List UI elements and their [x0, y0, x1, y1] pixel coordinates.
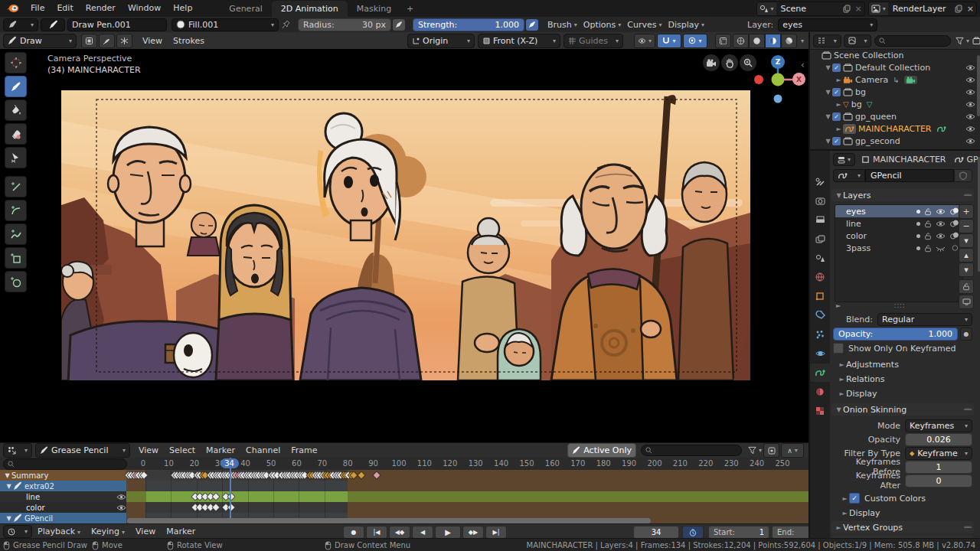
mode-dropdown[interactable]: Draw▾	[3, 34, 77, 48]
properties-tab-object[interactable]	[810, 287, 830, 305]
properties-tab-object-data[interactable]	[810, 364, 830, 382]
outliner-search-input[interactable]	[874, 35, 951, 47]
pan-view-button[interactable]	[721, 54, 738, 71]
scene-copy-icon[interactable]	[841, 5, 853, 13]
dopesheet-menu-frame[interactable]: Frame	[286, 445, 322, 455]
layers-panel-header[interactable]: ▼Layers══	[831, 189, 974, 201]
collection-checkbox[interactable]: ✓	[832, 64, 841, 72]
brush-icon-button[interactable]	[41, 18, 65, 31]
channel-name-cell[interactable]: ▼extra02	[0, 481, 131, 491]
layer-specials-dropdown[interactable]: ▾	[959, 233, 974, 248]
timeline-menu-keying[interactable]: Keying▾	[86, 527, 130, 536]
outliner-item-label[interactable]: Scene Collection	[834, 51, 903, 60]
layer-row[interactable]: line	[835, 217, 962, 230]
menu-edit[interactable]: Edit	[51, 0, 79, 17]
tool-erase-button[interactable]	[5, 123, 27, 145]
add-workspace-button[interactable]: +	[400, 1, 420, 17]
brush-name-field[interactable]: Draw Pen.001	[67, 18, 167, 31]
tool-cursor-button[interactable]	[5, 52, 27, 73]
onion-mode-dropdown[interactable]: Keyframes▾	[905, 419, 972, 432]
datablock-name-field[interactable]: GPencil	[865, 169, 954, 182]
blend-dropdown[interactable]: Regular▾	[877, 313, 972, 326]
current-frame-indicator[interactable]: 34	[220, 458, 239, 468]
lock-icon[interactable]	[924, 232, 932, 240]
outliner-row[interactable]: Scene Collection	[810, 49, 980, 61]
outliner-item-label[interactable]: gp_second	[855, 136, 900, 146]
view-menu[interactable]: View	[137, 36, 168, 46]
channel-row-extra02[interactable]: ▼extra02	[0, 481, 808, 491]
properties-tab-particles[interactable]	[810, 325, 830, 344]
keyframe-diamond[interactable]	[357, 471, 365, 479]
properties-tab-output[interactable]	[810, 210, 830, 229]
properties-tab-world[interactable]	[810, 268, 830, 286]
shading-rendered-icon[interactable]	[781, 34, 797, 48]
shading-solid-icon[interactable]	[749, 34, 765, 48]
origin-dropdown[interactable]: Origin▾	[407, 34, 475, 48]
dopesheet-search-input[interactable]	[641, 445, 742, 456]
layer-name[interactable]: color	[846, 231, 867, 241]
tab-masking[interactable]: Masking	[348, 1, 400, 17]
timeline-editor-type-dropdown[interactable]: ▾	[3, 525, 32, 538]
dopesheet-menu-view[interactable]: View	[133, 445, 164, 455]
eye-closed-icon[interactable]	[936, 245, 946, 252]
gizmo-z-axis[interactable]: Z	[771, 55, 785, 69]
gizmo-x-axis[interactable]: X	[792, 73, 805, 86]
tool-cutter-button[interactable]	[5, 147, 27, 168]
properties-tab-view-layer[interactable]	[810, 230, 830, 248]
menu-window[interactable]: Window	[122, 0, 167, 17]
hide-eye-icon[interactable]	[965, 101, 975, 108]
outliner-item-label[interactable]: Default Collection	[855, 63, 930, 73]
outliner-row[interactable]: ►▽bg▽	[810, 98, 980, 110]
hide-eye-icon[interactable]	[965, 64, 975, 71]
outliner-row[interactable]: ►MAINCHARACTER	[810, 122, 980, 135]
timeline-menu-view[interactable]: View	[130, 527, 161, 536]
eye-icon[interactable]	[936, 220, 946, 227]
snap-toggle[interactable]: ▾	[657, 34, 681, 48]
add-layer-button[interactable]: +	[959, 204, 974, 219]
channel-row-line[interactable]: line ✓	[0, 491, 808, 502]
animate-opacity-icon[interactable]: ●	[960, 328, 972, 341]
strength-slider[interactable]: Strength:1.000	[413, 18, 524, 31]
tool-line-button[interactable]	[5, 176, 27, 197]
outliner-item-label[interactable]: gp_queen	[855, 112, 897, 122]
hide-eye-icon[interactable]	[965, 89, 975, 96]
expander-icon[interactable]: ►	[835, 77, 843, 83]
expander-icon[interactable]: ►	[835, 101, 843, 108]
collection-checkbox[interactable]: ✓	[832, 112, 841, 121]
outliner-row[interactable]: ▼✓bg	[810, 86, 980, 98]
outliner-item-label[interactable]: bg	[851, 99, 862, 109]
keyframes-before-field[interactable]: 1	[905, 461, 972, 474]
layer-row[interactable]: 3pass	[835, 242, 962, 254]
jump-end-button[interactable]: ▶|	[485, 526, 507, 539]
render-layer-icon[interactable]: ▾	[869, 2, 888, 15]
popover-brush[interactable]: Brush▾	[547, 20, 577, 30]
panel-onion-display[interactable]: ►Display	[841, 507, 972, 519]
keyframes-after-field[interactable]: 0	[905, 474, 972, 487]
layer-row[interactable]: color	[835, 230, 962, 242]
channel-row-summary[interactable]: ▼Summary	[0, 470, 808, 481]
outliner-item-label[interactable]: bg	[855, 87, 866, 97]
dopesheet-ruler[interactable]: 0102030405060708090100110120130140150160…	[0, 458, 808, 471]
filter-dropdown[interactable]: ▾	[748, 446, 762, 455]
onion-opacity-field[interactable]: 0.026	[905, 433, 972, 446]
drawing-plane-dropdown[interactable]: Front (X-Z)▾	[478, 34, 560, 48]
properties-tab-tool[interactable]	[810, 172, 830, 191]
object-visibility-dropdown[interactable]: ▾	[634, 34, 655, 48]
tool-circle-button[interactable]	[5, 271, 27, 292]
popover-options[interactable]: Options▾	[583, 20, 621, 30]
prev-key-button[interactable]: ◀◆	[389, 526, 410, 539]
pin-icon[interactable]	[282, 20, 290, 29]
sidebar-collapse-arrow[interactable]: ‹	[801, 60, 805, 70]
list-expand-icon[interactable]: ►	[836, 302, 841, 309]
remove-layer-button[interactable]: −	[959, 219, 974, 233]
layer-opacity-slider[interactable]: Opacity:1.000	[833, 328, 958, 341]
expander-icon[interactable]: ▼	[824, 138, 832, 145]
paintmask-toggle-icon[interactable]	[99, 34, 115, 48]
layer-dropdown[interactable]: eyes▾	[778, 18, 877, 31]
radius-slider[interactable]: Radius:30 px	[298, 18, 391, 31]
move-layer-up-button[interactable]: ▴	[959, 248, 974, 262]
move-layer-down-button[interactable]: ▾	[959, 262, 974, 277]
lock-all-button[interactable]	[959, 279, 974, 294]
placement-toggle-icon[interactable]	[81, 34, 97, 48]
render-layer-delete-icon[interactable]: ×	[965, 4, 976, 14]
